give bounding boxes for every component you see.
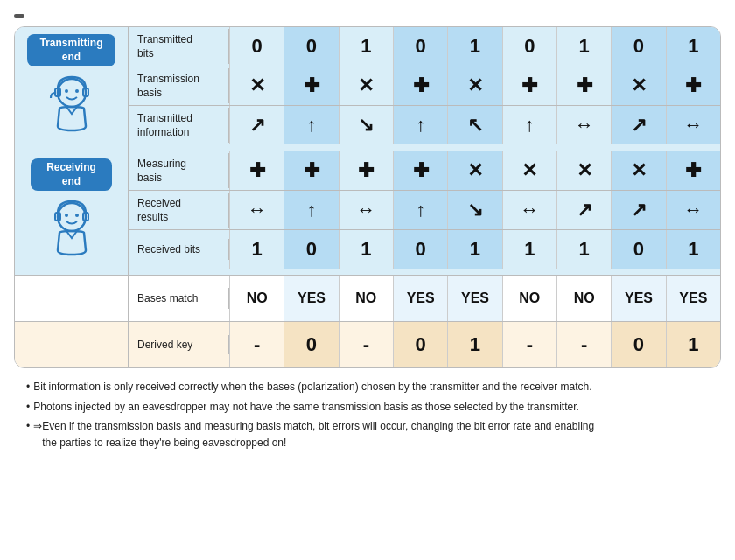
- svg-point-0: [58, 79, 86, 107]
- sub-cell: ✕: [339, 66, 393, 105]
- sub-row-label: Measuringbasis: [129, 153, 229, 188]
- bases-cell: NO: [339, 276, 393, 321]
- sub-cell: ↔: [666, 106, 720, 144]
- sub-cell: 1: [666, 230, 720, 269]
- sub-cell: 0: [284, 27, 338, 66]
- svg-point-5: [58, 203, 86, 231]
- receive-left: Receivingend: [15, 151, 129, 275]
- sub-row: Transmittedbits001010101: [129, 27, 720, 66]
- derived-cell: 0: [611, 322, 665, 368]
- svg-point-6: [65, 214, 68, 217]
- sub-cell: ✚: [339, 151, 393, 190]
- derived-cell: 0: [393, 322, 447, 368]
- sub-cell: ✚: [666, 151, 720, 190]
- derived-left: [15, 322, 129, 368]
- transmit-badge: Transmittingend: [27, 34, 115, 66]
- sub-cell: ↗: [611, 106, 665, 144]
- notes-area: • Bit information is only received corre…: [14, 368, 721, 461]
- sub-row-label: Received bits: [129, 239, 229, 260]
- sub-cell: 1: [339, 230, 393, 269]
- svg-point-2: [75, 89, 79, 93]
- derived-label: Derived key: [129, 335, 229, 354]
- derived-right: Derived key-0-01--01: [129, 322, 720, 368]
- note-1: • Bit information is only received corre…: [26, 379, 709, 396]
- sub-cell: ↗: [611, 191, 665, 229]
- transmit-section: Transmittingend Transmittedbits001010101…: [15, 27, 720, 151]
- sub-cell: ✚: [393, 66, 447, 105]
- fig-header: [14, 14, 721, 18]
- sub-row: Receivedresults↔↑↔↑↘↔↗↗↔: [129, 190, 720, 229]
- sub-cell: 1: [556, 230, 611, 269]
- bases-right: Bases matchNOYESNOYESYESNONOYESYES: [129, 276, 720, 321]
- sub-row: Received bits101011101: [129, 229, 720, 269]
- transmit-left: Transmittingend: [15, 27, 129, 150]
- sub-row: Measuringbasis✚✚✚✚✕✕✕✕✚: [129, 151, 720, 190]
- sub-cell: ✕: [556, 151, 611, 190]
- sub-cell: ↑: [284, 106, 338, 144]
- sub-cell: ✕: [611, 66, 665, 105]
- receive-badge: Receivingend: [31, 158, 112, 191]
- sub-cell: 0: [393, 230, 447, 269]
- main-diagram: Transmittingend Transmittedbits001010101…: [14, 26, 721, 368]
- receive-section: Receivingend Measuringbasis✚✚✚✚✕✕✕✕✚Rece…: [15, 151, 720, 276]
- bases-cell: YES: [666, 276, 720, 321]
- sub-cell: 1: [447, 27, 501, 66]
- sub-cell: ↔: [339, 191, 393, 229]
- note-1-text: Bit information is only received correct…: [33, 379, 592, 396]
- note-2-text: Photons injected by an eavesdropper may …: [33, 399, 579, 416]
- derived-cell: 0: [284, 322, 338, 368]
- sub-row-label: Transmittedbits: [129, 29, 229, 64]
- sub-cell: 1: [447, 230, 501, 269]
- sub-cell: 1: [666, 27, 720, 66]
- sub-cell: 0: [611, 230, 665, 269]
- bases-cell: NO: [502, 276, 556, 321]
- bases-cell: NO: [229, 276, 284, 321]
- sub-row-label: Transmissionbasis: [129, 68, 229, 103]
- sub-row-label: Receivedresults: [129, 192, 229, 228]
- sub-cell: ↘: [447, 191, 501, 229]
- sub-cell: ✚: [666, 66, 720, 105]
- bases-left: [15, 276, 129, 321]
- sub-cell: 0: [229, 27, 284, 66]
- bullet-3: •: [26, 418, 30, 435]
- bases-label: Bases match: [129, 288, 229, 309]
- sub-cell: ↔: [229, 191, 284, 229]
- derived-cell: -: [229, 322, 284, 368]
- derived-cell: -: [339, 322, 393, 368]
- transmit-rows: Transmittedbits001010101Transmissionbasi…: [129, 27, 720, 150]
- sub-cell: 0: [393, 27, 447, 66]
- sub-cell: 0: [502, 27, 556, 66]
- sub-cell: ↗: [556, 191, 611, 229]
- svg-point-1: [65, 89, 68, 93]
- sub-cell: ✚: [284, 151, 338, 190]
- bases-cell: YES: [393, 276, 447, 321]
- bases-cell: YES: [284, 276, 338, 321]
- sub-cell: ↔: [502, 191, 556, 229]
- sub-cell: ✕: [611, 151, 665, 190]
- sub-row: Transmissionbasis✕✚✕✚✕✚✚✕✚: [129, 66, 720, 105]
- bases-cell: YES: [611, 276, 665, 321]
- sub-cell: ↑: [393, 191, 447, 229]
- bullet-2: •: [26, 399, 30, 416]
- sub-cell: ↔: [666, 191, 720, 229]
- bases-section: Bases matchNOYESNOYESYESNONOYESYES: [15, 276, 720, 322]
- note-2: • Photons injected by an eavesdropper ma…: [26, 399, 709, 416]
- bullet-1: •: [26, 379, 30, 396]
- sub-cell: ✕: [447, 151, 501, 190]
- note-3: • ⇒Even if the transmission basis and me…: [26, 418, 709, 452]
- derived-cell: -: [502, 322, 556, 368]
- bases-cell: YES: [447, 276, 501, 321]
- sub-cell: ✚: [556, 66, 611, 105]
- sub-cell: ✕: [502, 151, 556, 190]
- bases-cell: NO: [556, 276, 611, 321]
- sub-cell: ✚: [502, 66, 556, 105]
- sub-cell: ✚: [393, 151, 447, 190]
- figure-container: Transmittingend Transmittedbits001010101…: [14, 14, 721, 368]
- sub-cell: 0: [284, 230, 338, 269]
- sub-cell: 0: [611, 27, 665, 66]
- sub-row-label: Transmittedinformation: [129, 108, 229, 143]
- sub-cell: ↗: [229, 106, 284, 144]
- svg-point-7: [75, 214, 79, 217]
- sub-cell: ↑: [284, 191, 338, 229]
- derived-cell: 1: [447, 322, 501, 368]
